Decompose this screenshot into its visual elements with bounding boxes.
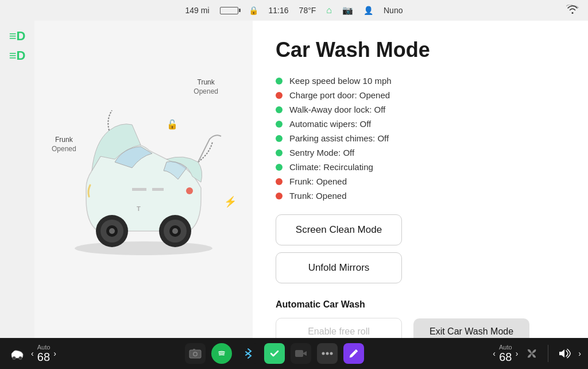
status-item-sentry: Sentry Mode: Off	[276, 148, 565, 157]
home-icon: ⌂	[326, 5, 332, 16]
taskbar-right-temp: 68	[499, 351, 512, 364]
taskbar-app-pen[interactable]	[343, 343, 364, 364]
taskbar-separator	[548, 345, 548, 362]
svg-rect-22	[295, 350, 303, 357]
dot-red-icon	[276, 92, 283, 99]
action-buttons: Screen Clean Mode Unfold Mirrors	[276, 214, 565, 283]
taskbar-right-prev[interactable]: ‹	[493, 349, 496, 358]
mileage-display: 149 mi	[185, 6, 210, 15]
lock-icon: 🔒	[249, 6, 258, 15]
auto-wash-label: Automatic Car Wash	[276, 299, 565, 310]
status-text-speed: Keep speed below 10 mph	[289, 76, 392, 86]
exit-car-wash-mode-button[interactable]: Exit Car Wash Mode	[413, 318, 529, 338]
car-illustration: 🔓 ⚡ T	[34, 21, 253, 338]
status-text-chargeport: Charge port door: Opened	[289, 90, 390, 100]
status-item-walkaway: Walk-Away door lock: Off	[276, 105, 565, 114]
trunk-label: Trunk Opened	[194, 78, 218, 96]
wifi-icon	[566, 5, 579, 16]
svg-text:⚡: ⚡	[224, 195, 235, 208]
taskbar-app-more[interactable]	[317, 343, 338, 364]
svg-point-26	[531, 352, 533, 355]
taskbar-car-icon[interactable]	[7, 343, 28, 364]
dot-green-icon-3	[276, 121, 283, 128]
svg-text:T: T	[137, 205, 141, 212]
status-item-parking: Parking assist chimes: Off	[276, 133, 565, 143]
temperature-display: 78°F	[299, 6, 316, 15]
taskbar-app-check[interactable]	[264, 343, 285, 364]
svg-point-14	[13, 358, 15, 359]
status-text-frunk: Frunk: Opened	[289, 176, 347, 186]
frunk-label: Frunk Opened	[52, 136, 76, 153]
status-text-trunk: Trunk: Opened	[289, 191, 347, 201]
sidebar-icon-2[interactable]: ≡D	[9, 49, 26, 62]
screen-clean-mode-button[interactable]: Screen Clean Mode	[276, 214, 402, 245]
svg-point-9	[186, 187, 193, 194]
svg-point-19	[194, 353, 197, 356]
enable-free-roll-button[interactable]: Enable free roll	[276, 318, 402, 338]
taskbar-app-dashcam[interactable]	[291, 343, 311, 364]
main-content: ≡D ≡D Trunk Opened Frunk Opened	[0, 21, 588, 338]
status-text-walkaway: Walk-Away door lock: Off	[289, 105, 385, 114]
taskbar-left-prev[interactable]: ‹	[31, 349, 34, 358]
status-text-climate: Climate: Recirculating	[289, 162, 373, 172]
sidebar: ≡D ≡D	[0, 21, 34, 338]
dot-green-icon-4	[276, 135, 283, 142]
sidebar-icon-1[interactable]: ≡D	[9, 30, 26, 43]
status-item-chargeport: Charge port door: Opened	[276, 90, 565, 100]
taskbar-right: ‹ Auto 68 › ›	[493, 343, 581, 364]
taskbar-right-next[interactable]: ›	[516, 349, 519, 358]
taskbar-left-temp-group: Auto 68	[37, 344, 51, 364]
svg-point-24	[326, 352, 329, 355]
taskbar-left: ‹ Auto 68 ›	[7, 343, 56, 364]
right-panel: Car Wash Mode Keep speed below 10 mph Ch…	[253, 21, 588, 338]
svg-point-23	[322, 352, 325, 355]
taskbar-right-temp-group: Auto 68	[499, 344, 512, 364]
svg-point-16	[20, 358, 21, 359]
username-display: Nuno	[384, 6, 403, 15]
status-item-climate: Climate: Recirculating	[276, 162, 565, 172]
taskbar-app-bluetooth[interactable]	[238, 343, 258, 364]
taskbar-app-spotify[interactable]	[211, 343, 232, 364]
status-text-parking: Parking assist chimes: Off	[289, 133, 389, 143]
svg-point-8	[172, 228, 178, 234]
auto-wash-row: Enable free roll Exit Car Wash Mode	[276, 318, 565, 338]
taskbar-app-camera1[interactable]	[185, 343, 206, 364]
taskbar-vol-up[interactable]: ›	[578, 349, 581, 358]
dot-red-icon-3	[276, 193, 283, 199]
unfold-mirrors-button[interactable]: Unfold Mirrors	[276, 252, 402, 283]
car-display-area: Trunk Opened Frunk Opened	[34, 21, 253, 338]
status-item-trunk: Trunk: Opened	[276, 191, 565, 201]
auto-wash-section: Automatic Car Wash Enable free roll Exit…	[276, 299, 565, 338]
page-title: Car Wash Mode	[276, 38, 565, 62]
taskbar-fan-icon[interactable]	[521, 343, 542, 364]
taskbar-left-next[interactable]: ›	[53, 349, 56, 358]
taskbar-center-apps	[185, 343, 364, 364]
dot-green-icon-6	[276, 164, 283, 171]
taskbar: ‹ Auto 68 ›	[0, 338, 588, 369]
dot-green-icon-5	[276, 149, 283, 156]
svg-point-4	[109, 228, 115, 234]
status-item-speed: Keep speed below 10 mph	[276, 76, 565, 86]
time-display: 11:16	[269, 6, 289, 15]
dot-green-icon	[276, 78, 283, 84]
status-list: Keep speed below 10 mph Charge port door…	[276, 76, 565, 201]
battery-icon	[220, 7, 238, 14]
svg-rect-20	[193, 349, 195, 351]
svg-point-25	[330, 352, 333, 355]
dot-green-icon-2	[276, 106, 283, 113]
svg-point-0	[75, 241, 212, 255]
status-item-wipers: Automatic wipers: Off	[276, 119, 565, 129]
taskbar-left-temp: 68	[37, 351, 50, 364]
status-text-wipers: Automatic wipers: Off	[289, 119, 371, 129]
status-bar: 149 mi 🔒 11:16 78°F ⌂ 📷 👤 Nuno	[0, 0, 588, 21]
status-item-frunk: Frunk: Opened	[276, 176, 565, 186]
dot-red-icon-2	[276, 178, 283, 185]
svg-text:🔓: 🔓	[167, 119, 178, 130]
camera-icon: 📷	[342, 5, 353, 16]
status-text-sentry: Sentry Mode: Off	[289, 148, 354, 157]
user-icon: 👤	[363, 6, 373, 15]
taskbar-left-label: Auto	[37, 344, 51, 351]
taskbar-volume-icon[interactable]	[554, 343, 575, 364]
taskbar-right-label: Auto	[499, 344, 512, 351]
